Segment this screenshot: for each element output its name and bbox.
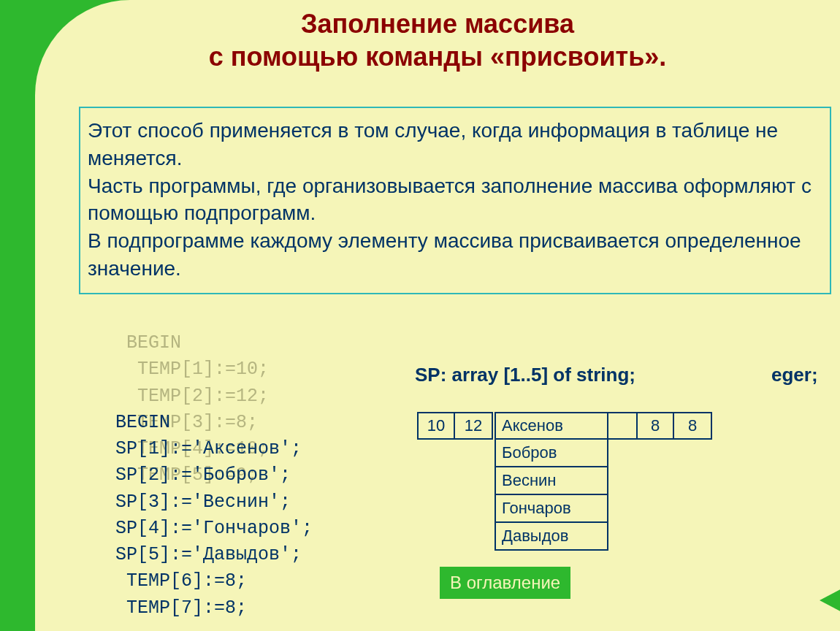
slide-title: Заполнение массива с помощью команды «пр… xyxy=(35,7,840,73)
back-arrow-icon[interactable] xyxy=(820,584,840,616)
table-cell: 12 xyxy=(455,412,493,440)
info-paragraph-3: В подпрограмме каждому элементу массива … xyxy=(88,227,822,283)
table-top-row-left: 10 12 xyxy=(417,412,493,440)
info-paragraph-1: Этот способ применяется в том случае, ко… xyxy=(88,117,822,172)
slide-content: Заполнение массива с помощью команды «пр… xyxy=(35,0,840,631)
table-gap-border xyxy=(608,412,636,440)
code-block: BEGIN TEMP[1]:=10; TEMP[2]:=12; TEMP[3]:… xyxy=(115,330,313,631)
table-cell: 8 xyxy=(674,412,712,440)
table-cell: Гончаров xyxy=(495,495,608,523)
info-paragraph-2: Часть программы, где организовывается за… xyxy=(88,172,822,228)
table-cell: Аксенов xyxy=(495,412,608,440)
table-top-row-right: 8 8 xyxy=(636,412,712,440)
table-cell: 10 xyxy=(417,412,455,440)
table-cell: Бобров xyxy=(495,440,608,467)
table-dropdown-column: Аксенов Бобров Веснин Гончаров Давыдов xyxy=(495,412,608,551)
title-line-1: Заполнение массива xyxy=(301,9,574,39)
toc-button[interactable]: В оглавление xyxy=(440,567,570,599)
table-cell: Веснин xyxy=(495,467,608,495)
array-declaration: SP: array [1..5] of string; xyxy=(415,364,635,386)
array-declaration-ghost: eger; xyxy=(771,364,818,386)
table-cell: 8 xyxy=(636,412,674,440)
table-cell: Давыдов xyxy=(495,523,608,551)
info-box: Этот способ применяется в том случае, ко… xyxy=(79,107,831,294)
code-foreground-layer: BEGIN SP[1]:='Аксенов'; SP[2]:='Бобров';… xyxy=(115,410,313,622)
array-table: 10 12 Аксенов Бобров Веснин Гончаров Дав… xyxy=(417,412,493,440)
title-line-2: с помощью команды «присвоить». xyxy=(209,42,667,72)
